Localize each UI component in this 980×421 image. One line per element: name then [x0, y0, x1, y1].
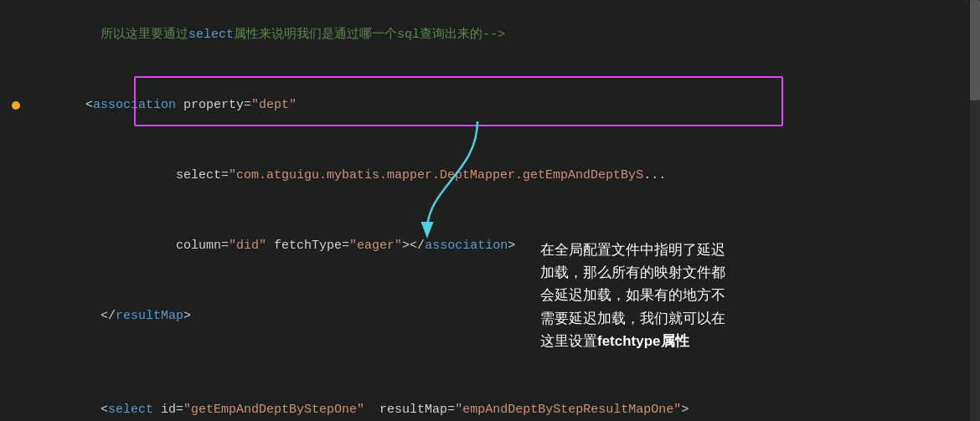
code-line-6	[8, 352, 980, 375]
code-line-2: <association property="dept"	[8, 70, 980, 141]
code-line-7: <select id="getEmpAndDeptByStepOne" resu…	[8, 375, 980, 421]
code-line-2-wrapper: <association property="dept"	[8, 70, 980, 141]
comment-text: 所以这里要通过select属性来说明我们是通过哪一个sql查询出来的-->	[70, 28, 505, 42]
code-line-4: column="did" fetchType="eager"></associa…	[8, 211, 980, 281]
breakpoint-dot	[12, 101, 20, 110]
code-editor: 所以这里要通过select属性来说明我们是通过哪一个sql查询出来的--> <a…	[0, 0, 980, 421]
code-line-1: 所以这里要通过select属性来说明我们是通过哪一个sql查询出来的-->	[8, 0, 980, 70]
scrollbar[interactable]	[970, 0, 980, 421]
code-content: 所以这里要通过select属性来说明我们是通过哪一个sql查询出来的--> <a…	[0, 0, 980, 421]
scrollbar-thumb[interactable]	[970, 0, 980, 100]
code-line-3: select="com.atguigu.mybatis.mapper.DeptM…	[8, 141, 980, 211]
code-line-5: </resultMap>	[8, 281, 980, 352]
